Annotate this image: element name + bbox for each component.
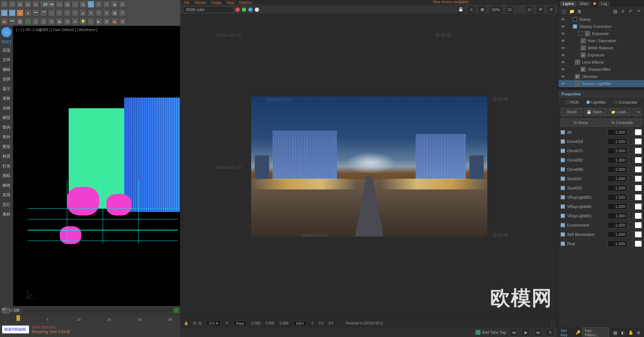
- eye-icon[interactable]: 👁: [561, 32, 566, 36]
- light-value[interactable]: 1.000: [608, 185, 627, 191]
- to-composite-button[interactable]: To Composite: [602, 119, 642, 127]
- sun-icon[interactable]: ☀: [87, 9, 94, 16]
- layer-row[interactable]: 👁≡Hue / Saturation: [558, 37, 644, 44]
- rdf-icon[interactable]: ◉: [1, 27, 11, 37]
- bottom-c-icon[interactable]: ✋: [628, 329, 634, 336]
- bottom-d-icon[interactable]: ⊕: [635, 329, 642, 336]
- layer-row[interactable]: 👁▭White Balance: [558, 44, 644, 51]
- sample-size[interactable]: 1x1 ▾: [206, 320, 221, 326]
- menu-options[interactable]: Options: [239, 1, 251, 5]
- side-item-transform[interactable]: 变换: [3, 95, 10, 102]
- mode-rgb[interactable]: RGB: [565, 100, 579, 104]
- side-item-material[interactable]: 材质: [3, 153, 10, 160]
- light-name[interactable]: All: [567, 130, 605, 134]
- menu-image[interactable]: Image: [211, 1, 221, 5]
- light-value[interactable]: 1.000: [608, 241, 627, 247]
- add-time-tag[interactable]: Add Time Tag: [475, 330, 506, 335]
- light-checkbox[interactable]: [561, 195, 565, 199]
- light-value[interactable]: 1.000: [608, 213, 627, 219]
- light-spinner[interactable]: [629, 203, 633, 210]
- sphere-icon[interactable]: ●: [24, 9, 31, 16]
- menu-view[interactable]: View: [226, 1, 234, 5]
- light-value[interactable]: 1.000: [608, 231, 627, 238]
- light-color-swatch[interactable]: [635, 157, 642, 163]
- key-icon[interactable]: 🔑: [576, 330, 581, 335]
- load-button[interactable]: 📁 Load...: [609, 108, 631, 116]
- side-item-shape[interactable]: 图形: [3, 143, 10, 150]
- picker-icon[interactable]: ✎: [226, 321, 229, 325]
- light-color-swatch[interactable]: [635, 241, 642, 247]
- light-checkbox[interactable]: [561, 232, 565, 237]
- move-icon[interactable]: ✥: [87, 1, 94, 8]
- hsv-mode[interactable]: HSV: [293, 321, 307, 326]
- side-item-assets[interactable]: 素材: [3, 211, 10, 218]
- light-value[interactable]: 1.000: [608, 175, 627, 182]
- to-scene-button[interactable]: To Scene: [561, 119, 601, 127]
- cam-icon[interactable]: 📷: [32, 9, 39, 16]
- light-spinner[interactable]: [629, 213, 633, 219]
- side-item-interior[interactable]: 室内: [3, 124, 10, 131]
- light-checkbox[interactable]: [561, 130, 565, 134]
- bottom-a-icon[interactable]: ▦: [612, 329, 618, 336]
- layer-row[interactable]: 👁◩Denoiser: [558, 73, 644, 80]
- eye-icon[interactable]: 👁: [561, 53, 566, 57]
- new-version-label[interactable]: New version available!: [433, 0, 469, 4]
- layer-checkbox[interactable]: [579, 31, 583, 36]
- light-spinner[interactable]: [629, 222, 633, 228]
- side-item-camera[interactable]: 相机: [3, 172, 10, 179]
- t3-page-icon[interactable]: ▯: [40, 18, 47, 25]
- side-item-anim[interactable]: 动画: [3, 105, 10, 111]
- light-color-swatch[interactable]: [635, 129, 642, 135]
- light-name[interactable]: VRayLight061: [567, 214, 605, 218]
- light-spinner[interactable]: [629, 157, 633, 163]
- light-checkbox[interactable]: [561, 204, 565, 209]
- layer-row[interactable]: 👁Stamp: [558, 16, 644, 23]
- expand-icon[interactable]: ⛶: [551, 321, 555, 325]
- t3-gear-icon[interactable]: ⚙: [64, 18, 71, 25]
- reset-button[interactable]: Reset: [561, 108, 583, 116]
- side-item-render[interactable]: 渲染: [3, 47, 10, 54]
- filter-select[interactable]: All: [40, 1, 55, 8]
- t3-play-icon[interactable]: ▶: [95, 18, 102, 25]
- save-icon[interactable]: 💾: [457, 5, 465, 14]
- delete-icon[interactable]: 🗑: [576, 8, 583, 15]
- ellipse3-icon[interactable]: ⬭: [72, 9, 79, 16]
- eye-icon[interactable]: 👁: [561, 75, 566, 79]
- light-color-swatch[interactable]: [635, 194, 642, 200]
- side-item-light[interactable]: 灯光: [3, 163, 10, 169]
- layer-checkbox[interactable]: [573, 17, 577, 21]
- light-value[interactable]: 1.000: [608, 138, 627, 145]
- spot-icon[interactable]: ▽: [95, 9, 102, 16]
- timeline-end-icon[interactable]: [174, 308, 179, 313]
- light-color-swatch[interactable]: [635, 213, 642, 219]
- light-name[interactable]: Omni082: [567, 158, 605, 162]
- ellipse2-icon[interactable]: ⬭: [64, 9, 71, 16]
- layer-checkbox[interactable]: [573, 24, 577, 29]
- side-item-exterior[interactable]: 室外: [3, 134, 10, 140]
- light-spinner[interactable]: [629, 138, 633, 145]
- t3-light-icon[interactable]: ☼: [87, 18, 94, 25]
- light-color-swatch[interactable]: [635, 175, 642, 182]
- light-name[interactable]: Environment: [567, 223, 605, 227]
- t3-img-icon[interactable]: 🖼: [16, 18, 24, 25]
- layer-row[interactable]: 👁◧Sharpen/Blur: [558, 66, 644, 73]
- layer-row[interactable]: 👁☼Source: LightMix: [558, 80, 644, 87]
- select-name-icon[interactable]: ▤: [64, 1, 71, 8]
- error-code-hint[interactable]: 错误代码说明:: [2, 326, 29, 333]
- t3-pot-icon[interactable]: 🫖: [111, 18, 118, 25]
- light-spinner[interactable]: [629, 231, 633, 238]
- light-color-swatch[interactable]: [635, 222, 642, 228]
- t3-s-icon[interactable]: S: [48, 18, 55, 25]
- key-filters-button[interactable]: Key Filters...: [582, 327, 609, 337]
- scale-icon[interactable]: ⤢: [103, 1, 110, 8]
- side-item-other[interactable]: 其它: [3, 201, 10, 208]
- t3-doc-icon[interactable]: ▯: [32, 18, 39, 25]
- layer-row[interactable]: 👁Display Correction: [558, 23, 644, 30]
- folder-icon[interactable]: 📁: [569, 8, 575, 15]
- track-icon[interactable]: ✜: [536, 5, 545, 14]
- redo-panel-icon[interactable]: ↷: [635, 8, 642, 15]
- layer-row[interactable]: 👁EExposure: [558, 30, 644, 37]
- light-value[interactable]: 1.000: [608, 194, 627, 200]
- light-spinner[interactable]: [629, 185, 633, 191]
- tool-c-icon[interactable]: ◆: [16, 9, 24, 16]
